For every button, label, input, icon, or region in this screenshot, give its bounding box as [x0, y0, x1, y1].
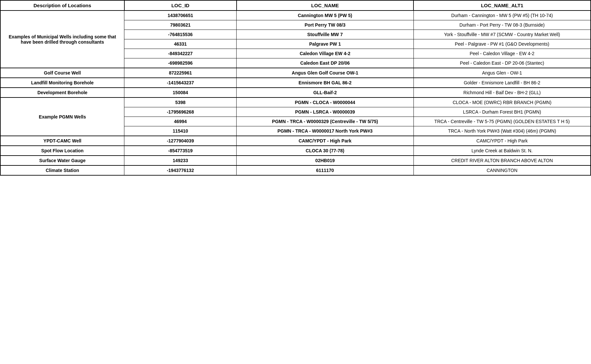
loc-name-alt1: CAMC/YPDT - High Park	[413, 136, 591, 146]
loc-name-alt1: Peel - Caledon Village - EW 4-2	[413, 49, 591, 58]
header-loc-id: LOC_ID	[124, 0, 237, 11]
loc-id: 1438706651	[124, 11, 237, 20]
loc-name-alt1: Richmond Hill - Baif Dev - BH-2 (GLL)	[413, 88, 591, 97]
table-row: Examples of Municipal Wells including so…	[0, 11, 591, 20]
group-description: Development Borehole	[0, 88, 124, 97]
header-row: Description of Locations LOC_ID LOC_NAME…	[0, 0, 591, 11]
locations-table: Description of Locations LOC_ID LOC_NAME…	[0, 0, 591, 176]
loc-name-alt1: TRCA - Centreville - TW 5-75 (PGMN) (GOL…	[413, 117, 591, 126]
group-description: Golf Course Well	[0, 68, 124, 78]
loc-name: 6111170	[237, 165, 414, 175]
loc-id: 46331	[124, 39, 237, 49]
table-row: Climate Station-19437761326111170CANNING…	[0, 165, 591, 175]
table-row: Spot Flow Location-854773519CLOCA 30 (77…	[0, 146, 591, 156]
loc-name: Angus Glen Golf Course OW-1	[237, 68, 414, 78]
loc-name: GLL-Baif-2	[237, 88, 414, 97]
loc-name-alt1: Lynde Creek at Baldwin St. N.	[413, 146, 591, 156]
loc-name: Port Perry TW 08/3	[237, 20, 414, 30]
table-row: YPDT-CAMC Well-1277904039CAMC/YPDT - Hig…	[0, 136, 591, 146]
table-row: Development Borehole150084GLL-Baif-2Rich…	[0, 88, 591, 97]
loc-name-alt1: Golder - Ennismore Landfill - BH 86-2	[413, 78, 591, 88]
group-description: Climate Station	[0, 165, 124, 175]
loc-name: Caledon East DP 20/06	[237, 58, 414, 68]
loc-id: -698982596	[124, 58, 237, 68]
loc-id: -1943776132	[124, 165, 237, 175]
group-description: Examples of Municipal Wells including so…	[0, 11, 124, 68]
loc-name-alt1: CLOCA - MOE (OWRC) RBR BRANCH (PGMN)	[413, 97, 591, 107]
table-row: Golf Course Well872225961Angus Glen Golf…	[0, 68, 591, 78]
table-row: Landfill Monitoring Borehole-1415643237E…	[0, 78, 591, 88]
loc-id: 115410	[124, 126, 237, 136]
loc-id: 79803621	[124, 20, 237, 30]
group-description: YPDT-CAMC Well	[0, 136, 124, 146]
loc-name: Stouffville MW 7	[237, 30, 414, 39]
group-description: Example PGMN Wells	[0, 97, 124, 136]
header-loc-name: LOC_NAME	[237, 0, 414, 11]
loc-name: PGMN - CLOCA - W0000044	[237, 97, 414, 107]
loc-id: 150084	[124, 88, 237, 97]
table-row: Surface Water Gauge14923302HB019CREDIT R…	[0, 156, 591, 165]
loc-name-alt1: York - Stouffville - MW #7 (SCMW - Count…	[413, 30, 591, 39]
loc-name-alt1: Peel - Caledon East - DP 20-06 (Stantec)	[413, 58, 591, 68]
loc-id: 46994	[124, 117, 237, 126]
loc-name: Palgrave PW 1	[237, 39, 414, 49]
loc-name: PGMN - TRCA - W0000329 (Centreville - TW…	[237, 117, 414, 126]
loc-id: -1277904039	[124, 136, 237, 146]
loc-name-alt1: CANNINGTON	[413, 165, 591, 175]
header-description: Description of Locations	[0, 0, 124, 11]
loc-name: Caledon Village EW 4-2	[237, 49, 414, 58]
group-description: Landfill Monitoring Borehole	[0, 78, 124, 88]
group-description: Surface Water Gauge	[0, 156, 124, 165]
loc-name-alt1: Angus Glen - OW-1	[413, 68, 591, 78]
loc-id: -764815536	[124, 30, 237, 39]
loc-id: -854773519	[124, 146, 237, 156]
loc-id: 149233	[124, 156, 237, 165]
loc-id: -1795696268	[124, 107, 237, 117]
loc-id: -849342227	[124, 49, 237, 58]
loc-name: CAMC/YPDT - High Park	[237, 136, 414, 146]
loc-id: 872225961	[124, 68, 237, 78]
group-description: Spot Flow Location	[0, 146, 124, 156]
header-loc-name-alt1: LOC_NAME_ALT1	[413, 0, 591, 11]
table-row: Example PGMN Wells5398PGMN - CLOCA - W00…	[0, 97, 591, 107]
loc-name: Ennismore BH GAL 86-2	[237, 78, 414, 88]
loc-name: Cannington MW 5 (PW 5)	[237, 11, 414, 20]
loc-name-alt1: LSRCA - Durham Forest BH1 (PGMN)	[413, 107, 591, 117]
loc-id: -1415643237	[124, 78, 237, 88]
loc-id: 5398	[124, 97, 237, 107]
loc-name-alt1: Durham - Cannington - MW 5 (PW #5) (TH 1…	[413, 11, 591, 20]
loc-name: CLOCA 30 (77-78)	[237, 146, 414, 156]
loc-name: PGMN - LSRCA - W0000039	[237, 107, 414, 117]
loc-name: PGMN - TRCA - W0000017 North York PW#3	[237, 126, 414, 136]
loc-name-alt1: Peel - Palgrave - PW #1 (G&O Development…	[413, 39, 591, 49]
loc-name-alt1: CREDIT RIVER ALTON BRANCH ABOVE ALTON	[413, 156, 591, 165]
loc-name: 02HB019	[237, 156, 414, 165]
loc-name-alt1: TRCA - North York PW#3 (Watt #304) (46m)…	[413, 126, 591, 136]
loc-name-alt1: Durham - Port Perry - TW 08-3 (Burnside)	[413, 20, 591, 30]
